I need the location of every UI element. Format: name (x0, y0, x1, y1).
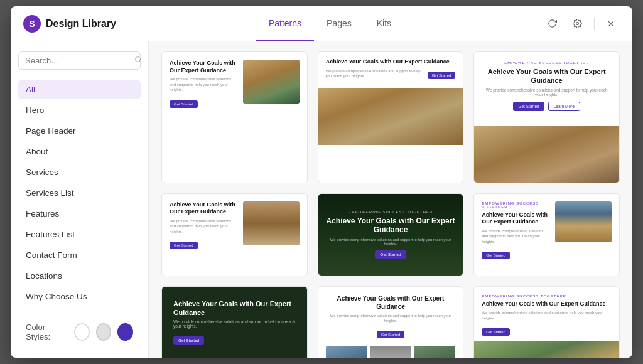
card-3-image (474, 126, 619, 183)
card-1[interactable]: Achieve Your Goals with Our Expert Guida… (161, 51, 308, 183)
header-actions (544, 15, 620, 33)
content-area: Achieve Your Goals with Our Expert Guida… (149, 41, 632, 358)
logo-area: S Design Library (23, 15, 116, 33)
card-6-image (555, 201, 612, 242)
card-8-img-3 (414, 346, 455, 358)
card-5[interactable]: EMPOWERING SUCCESS TOGETHER Achieve Your… (318, 193, 464, 276)
design-library-modal: S Design Library Patterns Pages Kits (11, 6, 632, 358)
card-9-sub: EMPOWERING SUCCESS TOGETHER (482, 294, 612, 298)
color-swatch-light[interactable] (74, 323, 90, 341)
header-divider (594, 18, 595, 30)
card-9-text: EMPOWERING SUCCESS TOGETHER Achieve Your… (474, 287, 619, 341)
svg-point-0 (576, 23, 579, 25)
card-3-title: Achieve Your Goals with Our Expert Guida… (484, 67, 609, 85)
card-6-desc: We provide comprehensive solutions and s… (482, 228, 549, 244)
sidebar-item-hero[interactable]: Hero (18, 100, 141, 120)
card-6-inner: EMPOWERING SUCCESS TOGETHER Achieve Your… (474, 194, 619, 267)
color-swatch-gray[interactable] (96, 323, 112, 341)
card-2-title: Achieve Your Goals with Our Expert Guida… (326, 58, 456, 66)
card-1-text: Achieve Your Goals with Our Expert Guida… (170, 60, 237, 108)
card-5-overlay: EMPOWERING SUCCESS TOGETHER Achieve Your… (318, 194, 463, 276)
card-8-title: Achieve Your Goals with Our Expert Guida… (326, 294, 456, 311)
card-8-img-2 (370, 346, 411, 358)
refresh-button[interactable] (544, 15, 561, 33)
card-6-btn[interactable]: Get Started (482, 252, 510, 259)
card-6-sub: EMPOWERING SUCCESS TOGETHER (482, 201, 549, 209)
card-9-image (474, 341, 619, 358)
card-9-btn[interactable]: Get Started (482, 328, 510, 336)
modal-header: S Design Library Patterns Pages Kits (11, 6, 632, 41)
sidebar-item-why-choose-us[interactable]: Why Choose Us (18, 287, 141, 306)
sidebar-item-features[interactable]: Features (18, 204, 141, 223)
sidebar-item-features-list[interactable]: Features List (18, 225, 141, 244)
card-4-text: Achieve Your Goals with Our Expert Guida… (170, 201, 237, 250)
card-4-desc: We provide comprehensive solutions and s… (170, 218, 237, 234)
card-1-desc: We provide comprehensive solutions and s… (170, 77, 237, 92)
card-4-title: Achieve Your Goals with Our Expert Guida… (170, 201, 237, 216)
sidebar-item-contact-form[interactable]: Contact Form (18, 245, 141, 265)
tab-pages[interactable]: Pages (314, 6, 364, 41)
card-8-text: Achieve Your Goals with Our Expert Guida… (318, 287, 463, 346)
card-3-desc: We provide comprehensive solutions and s… (484, 88, 609, 97)
sidebar-item-locations[interactable]: Locations (18, 266, 141, 286)
sidebar: All Hero Page Header About Services Serv… (11, 41, 149, 358)
cards-grid: Achieve Your Goals with Our Expert Guida… (161, 51, 620, 358)
search-box[interactable] (18, 51, 141, 70)
svg-line-4 (139, 61, 141, 62)
card-7[interactable]: Achieve Your Goals with Our Expert Guida… (161, 286, 308, 358)
card-3-btns: Get Started Learn More (484, 102, 609, 111)
modal-title: Design Library (46, 18, 116, 29)
card-5-title: Achieve Your Goals with Our Expert Guida… (326, 217, 456, 235)
card-7-title: Achieve Your Goals with Our Expert Guida… (173, 299, 296, 318)
card-5-sub: EMPOWERING SUCCESS TOGETHER (349, 210, 433, 214)
card-7-desc: We provide comprehensive solutions and s… (173, 319, 296, 328)
card-8-img-1 (326, 346, 367, 358)
card-9[interactable]: EMPOWERING SUCCESS TOGETHER Achieve Your… (473, 286, 620, 358)
card-3[interactable]: EMPOWERING SUCCESS TOGETHER Achieve Your… (473, 51, 620, 183)
card-3-btn-primary[interactable]: Get Started (513, 102, 544, 111)
settings-button[interactable] (569, 15, 586, 33)
logo-icon: S (23, 15, 41, 33)
card-1-title: Achieve Your Goals with Our Expert Guida… (170, 60, 237, 74)
card-2[interactable]: Achieve Your Goals with Our Expert Guida… (318, 51, 464, 183)
card-3-sub: EMPOWERING SUCCESS TOGETHER (484, 61, 609, 65)
sidebar-item-about[interactable]: About (18, 142, 141, 161)
tab-kits[interactable]: Kits (364, 6, 404, 41)
card-2-desc: We provide comprehensive solutions and s… (326, 68, 424, 79)
card-6-text: EMPOWERING SUCCESS TOGETHER Achieve Your… (482, 201, 549, 260)
card-2-btn[interactable]: Get Started (428, 72, 456, 79)
card-6-title: Achieve Your Goals with Our Expert Guida… (482, 211, 549, 226)
color-swatch-dark[interactable] (117, 323, 133, 341)
card-1-image (243, 60, 300, 104)
tabs-container: Patterns Pages Kits (256, 6, 404, 41)
card-9-desc: We provide comprehensive solutions and s… (482, 310, 612, 321)
sidebar-item-page-header[interactable]: Page Header (18, 121, 141, 141)
card-6[interactable]: EMPOWERING SUCCESS TOGETHER Achieve Your… (473, 193, 620, 276)
card-1-btn[interactable]: Get Started (170, 100, 198, 108)
search-input[interactable] (25, 56, 131, 65)
card-4-btn[interactable]: Get Started (170, 242, 198, 249)
card-4-image (243, 201, 300, 245)
color-styles-section: Color Styles: (18, 316, 141, 341)
card-8-desc: We provide comprehensive solutions and s… (326, 313, 456, 324)
card-8-btn[interactable]: Get Started (377, 331, 405, 338)
sidebar-item-services-list[interactable]: Services List (18, 183, 141, 203)
card-8[interactable]: Achieve Your Goals with Our Expert Guida… (318, 286, 464, 358)
sidebar-item-services[interactable]: Services (18, 163, 141, 182)
card-5-desc: We provide comprehensive solutions and s… (326, 238, 456, 245)
card-4[interactable]: Achieve Your Goals with Our Expert Guida… (161, 193, 308, 276)
card-3-header: EMPOWERING SUCCESS TOGETHER Achieve Your… (474, 52, 619, 126)
close-button[interactable] (602, 15, 620, 33)
modal-body: All Hero Page Header About Services Serv… (11, 41, 632, 358)
sidebar-item-all[interactable]: All (18, 80, 141, 99)
modal-overlay: S Design Library Patterns Pages Kits (0, 0, 643, 364)
card-3-btn-ghost[interactable]: Learn More (548, 102, 580, 111)
tab-patterns[interactable]: Patterns (256, 6, 314, 41)
card-5-image: EMPOWERING SUCCESS TOGETHER Achieve Your… (318, 194, 463, 276)
card-5-btn[interactable]: Get Started (375, 250, 406, 259)
search-icon (134, 56, 142, 65)
card-8-images (318, 346, 463, 358)
card-7-btn[interactable]: Get Started (173, 336, 204, 345)
color-styles-label: Color Styles: (26, 323, 65, 341)
card-9-title: Achieve Your Goals with Our Expert Guida… (482, 301, 612, 308)
